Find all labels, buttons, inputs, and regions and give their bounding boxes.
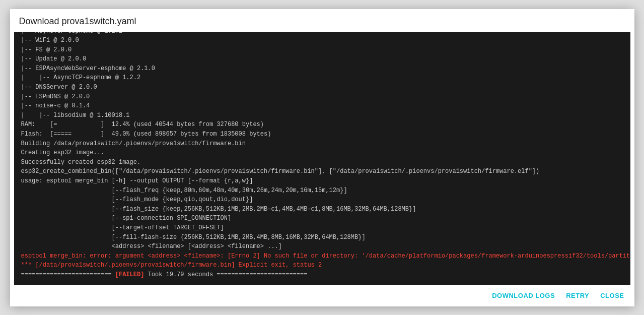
terminal-output: |-- AsyncTCP-esphome @ 1.2.2 |-- WiFi @ … bbox=[21, 32, 623, 280]
terminal-scroll[interactable]: |-- AsyncTCP-esphome @ 1.2.2 |-- WiFi @ … bbox=[14, 32, 630, 285]
modal-dialog: Download prova1switch.yaml |-- AsyncTCP-… bbox=[10, 9, 634, 306]
terminal-line: |-- DNSServer @ 2.0.0 bbox=[21, 84, 97, 91]
terminal-line: <address> <filename> [<address> <filenam… bbox=[21, 243, 282, 250]
terminal-line: Creating esp32 image... bbox=[21, 149, 105, 156]
terminal-line: ========================= [FAILED] Took … bbox=[21, 271, 308, 278]
terminal-line: [--spi-connection SPI_CONNECTION] bbox=[21, 215, 232, 222]
terminal-line: |-- ESPAsyncWebServer-esphome @ 2.1.0 bbox=[21, 65, 155, 72]
terminal-line: [--target-offset TARGET_OFFSET] bbox=[21, 224, 224, 231]
terminal-line: [--fill-flash-size {256KB,512KB,1MB,2MB,… bbox=[21, 234, 366, 241]
terminal-line: |-- noise-c @ 0.1.4 bbox=[21, 102, 90, 109]
terminal-line: |-- AsyncTCP-esphome @ 1.2.2 bbox=[21, 32, 123, 35]
terminal-line: | |-- libsodium @ 1.10018.1 bbox=[21, 112, 130, 119]
terminal-line: |-- ESPmDNS @ 2.0.0 bbox=[21, 93, 90, 100]
terminal-line: | |-- AsyncTCP-esphome @ 1.2.2 bbox=[21, 74, 141, 81]
terminal-line: esp32_create_combined_bin(["/data/prova1… bbox=[21, 168, 540, 175]
terminal-line: Flash: [===== ] 49.0% (used 898657 bytes… bbox=[21, 131, 271, 138]
terminal-container: |-- AsyncTCP-esphome @ 1.2.2 |-- WiFi @ … bbox=[14, 32, 630, 285]
terminal-line: [--flash_size {keep,256KB,512KB,1MB,2MB,… bbox=[21, 206, 416, 213]
terminal-line: [--flash_mode {keep,qio,qout,dio,dout}] bbox=[21, 196, 253, 203]
terminal-line: |-- WiFi @ 2.0.0 bbox=[21, 37, 79, 44]
terminal-line: RAM: [= ] 12.4% (used 40544 bytes from 3… bbox=[21, 121, 264, 128]
terminal-line: usage: esptool merge_bin [-h] --output O… bbox=[21, 177, 253, 184]
modal-overlay: Download prova1switch.yaml |-- AsyncTCP-… bbox=[0, 0, 644, 315]
terminal-line: *** [/data/prova1switch/.pioenvs/prova1s… bbox=[21, 262, 322, 269]
terminal-line: |-- Update @ 2.0.0 bbox=[21, 55, 87, 62]
terminal-line: esptool merge_bin: error: argument <addr… bbox=[21, 253, 630, 260]
download-logs-button[interactable]: DOWNLOAD LOGS bbox=[491, 290, 556, 301]
retry-button[interactable]: RETRY bbox=[565, 290, 590, 301]
close-button[interactable]: CLOSE bbox=[599, 290, 625, 301]
terminal-line: [--flash_freq {keep,80m,60m,48m,40m,30m,… bbox=[21, 187, 347, 194]
terminal-line: Building /data/prova1switch/.pioenvs/pro… bbox=[21, 140, 246, 147]
terminal-line: Successfully created esp32 image. bbox=[21, 159, 141, 166]
modal-title: Download prova1switch.yaml bbox=[10, 9, 634, 32]
terminal-line: |-- FS @ 2.0.0 bbox=[21, 46, 72, 53]
modal-footer: DOWNLOAD LOGS RETRY CLOSE bbox=[10, 285, 634, 306]
